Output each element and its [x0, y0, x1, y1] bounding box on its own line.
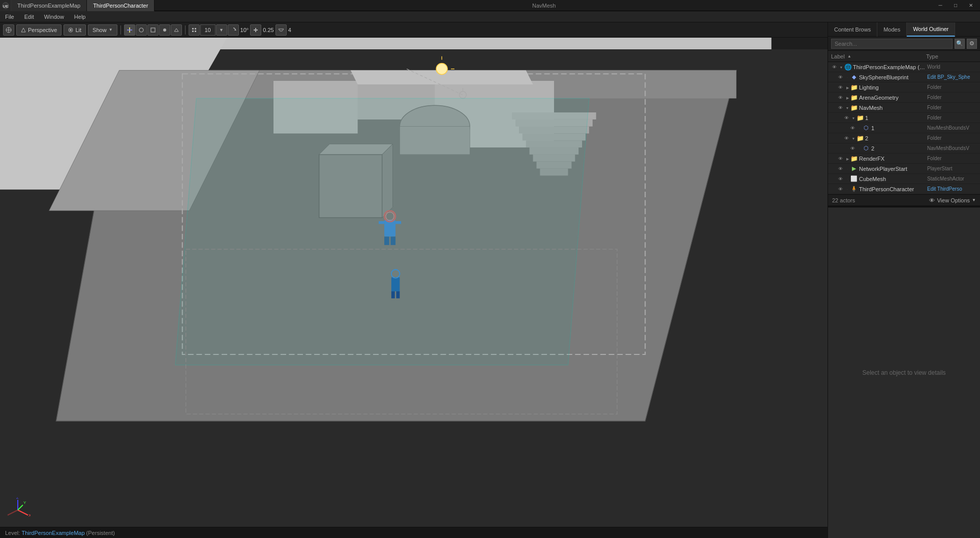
outliner-item-navmesh[interactable]: 📁 NavMesh Folder: [828, 103, 980, 113]
perspective-button[interactable]: Perspective: [16, 24, 62, 36]
svg-point-10: [139, 28, 143, 32]
tab-thirdperson-character[interactable]: ThirdPersonCharacter: [87, 0, 155, 11]
menu-edit[interactable]: Edit: [19, 11, 39, 22]
type-col-text: Type: [926, 53, 938, 59]
tab-modes[interactable]: Modes: [877, 22, 907, 37]
viewport-options-button[interactable]: [3, 24, 14, 36]
view-options-button[interactable]: 👁 View Options ▼: [929, 197, 976, 203]
visibility-icon-bounds-2[interactable]: [848, 144, 856, 153]
eye-icon: [838, 105, 843, 110]
visibility-icon-navmesh[interactable]: [836, 104, 844, 112]
outliner-item-lighting[interactable]: 📁 Lighting Folder: [828, 82, 980, 93]
details-panel: Select an object to view details: [828, 206, 980, 538]
rotate-tool[interactable]: [136, 24, 147, 36]
visibility-icon-root[interactable]: [830, 63, 838, 71]
eye-icon: [838, 74, 843, 80]
item-type-arena: Folder: [927, 95, 978, 100]
menu-window[interactable]: Window: [39, 11, 69, 22]
expand-renderfx[interactable]: [844, 155, 850, 163]
chevron-icon: [852, 136, 855, 141]
search-input[interactable]: [831, 39, 953, 49]
expand-lighting[interactable]: [844, 83, 850, 92]
scale-tool[interactable]: [147, 24, 159, 36]
translate-tool[interactable]: [124, 24, 135, 36]
tab-thirdperson-map[interactable]: ThirdPersonExampleMap: [11, 0, 87, 11]
panel-tabs: Content Brows Modes World Outliner: [828, 22, 980, 37]
camera-speed[interactable]: [171, 24, 182, 36]
tab-label: ThirdPersonExampleMap: [17, 3, 80, 9]
viewport[interactable]: Perspective Lit Show ▼: [0, 22, 828, 538]
column-label: Label ▲: [831, 53, 926, 59]
visibility-icon-renderfx[interactable]: [836, 155, 844, 163]
show-button[interactable]: Show ▼: [88, 24, 117, 36]
svg-rect-19: [255, 28, 256, 32]
menu-help[interactable]: Help: [69, 11, 91, 22]
expand-root[interactable]: [838, 63, 844, 71]
visibility-icon-navmesh-2[interactable]: [842, 134, 850, 142]
outliner-item-root[interactable]: 🌐 ThirdPersonExampleMap (Editor) World: [828, 62, 980, 72]
eye-icon: [850, 145, 855, 151]
outliner-item-character[interactable]: · 🧍 ThirdPersonCharacter Edit ThirdPerso: [828, 184, 980, 194]
visibility-icon-navmesh-1[interactable]: [842, 114, 850, 122]
expand-bounds-1: ·: [856, 124, 863, 132]
outliner-item-bounds-2[interactable]: · ⬡ 2 NavMeshBoundsV: [828, 143, 980, 154]
status-suffix: (Persistent): [86, 530, 115, 536]
minimize-button[interactable]: ─: [933, 0, 947, 11]
tab-world-outliner[interactable]: World Outliner: [907, 22, 955, 37]
visibility-icon-character[interactable]: [836, 185, 844, 193]
search-options-button[interactable]: ⚙: [967, 39, 977, 49]
eye-view-icon: 👁: [929, 197, 935, 203]
outliner-item-navmesh-1[interactable]: 📁 1 Folder: [828, 113, 980, 123]
label-sort-icon: ▲: [847, 54, 851, 58]
outliner-item-renderfx[interactable]: 📁 RenderFX Folder: [828, 154, 980, 164]
visibility-icon-playerstart[interactable]: [836, 165, 844, 173]
scale-snap-toggle[interactable]: [250, 24, 261, 36]
outliner-item-cubemesh[interactable]: · ⬜ CubeMesh StaticMeshActor: [828, 174, 980, 184]
item-type-sky[interactable]: Edit BP_Sky_Sphe: [927, 74, 978, 80]
item-type-character[interactable]: Edit ThirdPerso: [927, 186, 978, 192]
expand-navmesh-1[interactable]: [850, 114, 856, 122]
svg-rect-13: [192, 28, 194, 29]
close-button[interactable]: ✕: [964, 0, 978, 11]
eye-icon: [844, 115, 849, 121]
svg-point-12: [163, 28, 166, 32]
status-level-link[interactable]: ThirdPersonExampleMap: [21, 530, 84, 536]
modes-label: Modes: [883, 26, 900, 33]
camera-fov[interactable]: [275, 24, 287, 36]
tab-content-browser[interactable]: Content Brows: [828, 22, 877, 37]
visibility-icon-cubemesh[interactable]: [836, 175, 844, 183]
expand-arena[interactable]: [844, 94, 850, 102]
svg-text:Z: Z: [16, 497, 19, 500]
search-button[interactable]: 🔍: [955, 39, 965, 49]
rotation-snap-toggle[interactable]: [228, 24, 239, 36]
rotation-value: 10°: [239, 27, 250, 33]
titlebar-controls: ─ □ ✕: [933, 0, 980, 11]
outliner-item-bounds-1[interactable]: · ⬡ 1 NavMeshBoundsV: [828, 123, 980, 133]
grid-size-input[interactable]: [200, 24, 216, 36]
status-prefix: Level:: [5, 530, 20, 536]
outliner-item-sky[interactable]: · ◆ SkySphereBlueprint Edit BP_Sky_Sphe: [828, 72, 980, 82]
expand-navmesh[interactable]: [844, 104, 850, 112]
outliner-item-navmesh-2[interactable]: 📁 2 Folder: [828, 133, 980, 143]
item-label-navmesh-2: 2: [865, 135, 927, 141]
visibility-icon-lighting[interactable]: [836, 83, 844, 92]
maximize-button[interactable]: □: [948, 0, 963, 11]
chevron-icon: [846, 85, 849, 90]
outliner-item-playerstart[interactable]: · ▶ NetworkPlayerStart PlayerStart: [828, 164, 980, 174]
visibility-icon-sky[interactable]: [836, 73, 844, 81]
eye-icon: [838, 176, 843, 182]
svg-text:Y: Y: [23, 500, 26, 505]
visibility-icon-arena[interactable]: [836, 94, 844, 102]
transform-tool[interactable]: [159, 24, 170, 36]
world-icon: 🌐: [844, 64, 851, 71]
grid-size-dropdown[interactable]: ▼: [216, 24, 227, 36]
visibility-icon-bounds-1[interactable]: [848, 124, 856, 132]
grid-snap-toggle[interactable]: [189, 24, 200, 36]
lit-button[interactable]: Lit: [64, 24, 86, 36]
eye-icon: [844, 135, 849, 141]
menu-file[interactable]: File: [0, 11, 19, 22]
outliner-item-arena[interactable]: 📁 ArenaGeometry Folder: [828, 93, 980, 103]
char-icon: 🧍: [850, 186, 858, 193]
lit-label: Lit: [75, 27, 81, 33]
expand-navmesh-2[interactable]: [850, 134, 856, 142]
